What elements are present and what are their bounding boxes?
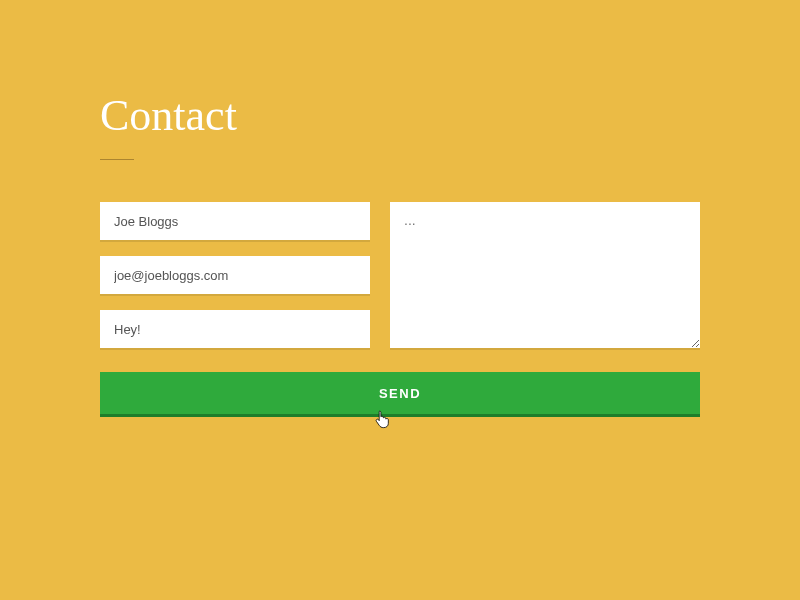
message-textarea[interactable] <box>390 202 700 348</box>
right-column <box>390 202 700 352</box>
contact-form <box>100 202 700 352</box>
name-input[interactable] <box>100 202 370 240</box>
submit-row: SEND <box>100 372 700 414</box>
title-underline <box>100 159 134 160</box>
page-title: Contact <box>100 90 700 141</box>
left-column <box>100 202 370 352</box>
email-input[interactable] <box>100 256 370 294</box>
send-button[interactable]: SEND <box>100 372 700 414</box>
subject-input[interactable] <box>100 310 370 348</box>
